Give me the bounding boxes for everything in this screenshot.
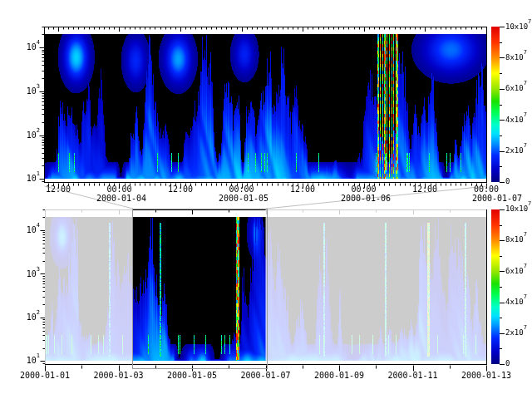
bottom-panel-xtick-label: 2000-01-09	[314, 371, 364, 380]
top-panel-xtick-label: 12:00	[412, 185, 437, 194]
bottom-panel-xtick-label: 2000-01-05	[167, 371, 217, 380]
colorbar-tick-label: 0	[505, 177, 510, 185]
top-panel-xtick-date: 2000-01-04	[96, 194, 146, 203]
top-panel-ytick-label: 104	[12, 42, 40, 52]
top-panel-ytick-label: 102	[12, 131, 40, 140]
bottom-panel-xtick-label: 2000-01-01	[20, 371, 70, 380]
colorbar-tick-label: 2x107	[505, 146, 527, 155]
top-panel-xtick-label: 12:00	[290, 185, 315, 194]
top-panel-xtick-date: 2000-01-05	[219, 194, 268, 203]
top-panel-xtick-label: 00:00	[229, 185, 254, 194]
colorbar-tick-label: 6x107	[505, 267, 527, 275]
top-panel-xtick-label: 12:00	[168, 185, 193, 194]
bottom-panel-ytick-label: 104	[12, 225, 40, 234]
top-panel-xtick-label: 00:00	[351, 185, 376, 194]
top-panel-plot-area	[44, 27, 486, 182]
top-panel-ytick-label: 101	[12, 174, 40, 183]
colorbar-tick-label: 4x107	[505, 116, 527, 124]
colorbar-tick-label: 0	[505, 359, 510, 367]
colorbar-tick-label: 8x107	[505, 53, 527, 62]
colorbar-tick-label: 4x107	[505, 298, 527, 306]
bottom-panel-xtick-label: 2000-01-13	[461, 371, 511, 380]
top-panel-xtick-label: 00:00	[106, 185, 131, 194]
top-panel-ytick-label: 103	[12, 86, 40, 96]
bottom-panel-ytick-label: 102	[12, 313, 40, 322]
bottom-panel-ytick-label: 103	[12, 269, 40, 278]
bottom-panel-ytick-label: 101	[12, 356, 40, 365]
bottom-panel-xtick-label: 2000-01-07	[240, 371, 290, 380]
colorbar-tick-label: 2x107	[505, 328, 527, 337]
bottom-panel-xtick-label: 2000-01-11	[387, 371, 437, 380]
top-panel-xtick-date: 2000-01-07	[472, 194, 522, 203]
top-panel-xtick-date: 2000-01-06	[341, 194, 391, 203]
top-panel-xtick-label: 12:00	[46, 185, 71, 194]
spectrogram-figure: 104 103 102 101 104 103 102 101 12:00 00…	[0, 0, 532, 399]
bottom-panel-xtick-label: 2000-01-03	[93, 371, 143, 380]
colorbar-tick-label: 8x107	[505, 235, 527, 244]
zoom-selection-region[interactable]	[132, 209, 268, 369]
colorbar-tick-label: 6x107	[505, 84, 527, 92]
colorbar-tick-label: 10x107	[505, 22, 531, 31]
top-panel-xtick-label: 00:00	[474, 185, 499, 194]
colorbar-tick-label: 10x107	[505, 204, 531, 213]
